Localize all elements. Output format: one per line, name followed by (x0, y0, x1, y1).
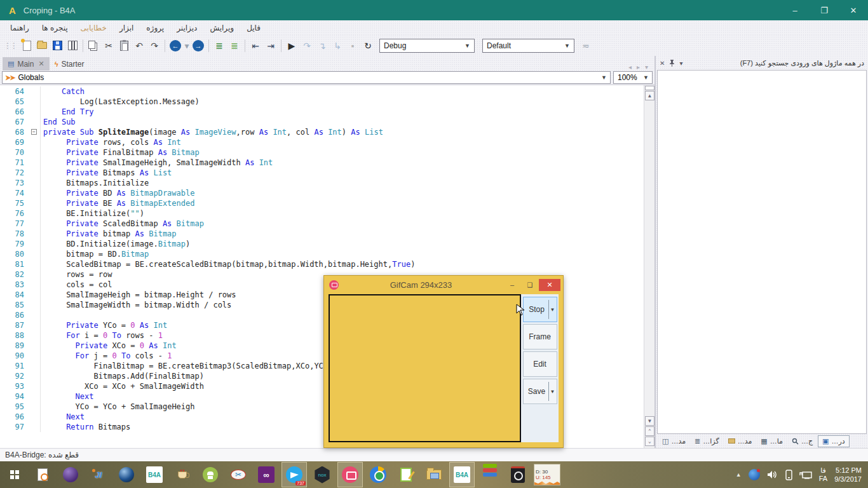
menu-item-4[interactable]: پروژه (140, 22, 170, 34)
b4a-ide-icon[interactable]: B4A (450, 463, 474, 487)
back-icon[interactable]: ← (168, 38, 183, 53)
button-label: Edit (533, 360, 546, 369)
tab-starter[interactable]: ϟStarter (50, 57, 90, 71)
minimize-button[interactable]: – (780, 0, 810, 20)
zoom-dropdown[interactable]: 100% ▼ (613, 71, 653, 84)
menu-item-5[interactable]: دیزاینر (170, 22, 203, 34)
pause-icon[interactable]: ▪ (345, 38, 360, 53)
rebuild-icon[interactable]: ↻ (360, 38, 376, 53)
profile-dropdown[interactable]: Default ▼ (482, 39, 574, 53)
gifcam-frame-button[interactable]: Frame (523, 324, 557, 349)
menu-item-7[interactable]: فایل (240, 22, 267, 34)
member-dropdown[interactable]: ➤➤ Globals ▼ (2, 71, 611, 84)
language-indicator[interactable]: فا FA (819, 466, 827, 483)
tab-scroll-right-icon[interactable]: ▸ (637, 64, 640, 71)
b4a-icon[interactable]: B4A (142, 463, 166, 487)
clock[interactable]: 5:12 PM 9/3/2017 (834, 466, 862, 484)
prev-change-icon[interactable]: ⌃ (645, 426, 654, 436)
visual-studio-icon[interactable]: ∞ (254, 463, 278, 487)
intellij-icon[interactable]: JI (86, 463, 111, 487)
panel-tab-modules[interactable]: ▦ما… (757, 436, 787, 447)
panel-tab-book[interactable]: ◫مد… (658, 436, 689, 447)
network-icon[interactable] (799, 470, 812, 480)
cent-browser-icon[interactable] (366, 463, 390, 487)
tab-main[interactable]: ▤Main✕ (3, 57, 50, 71)
indent-icon[interactable]: ⇥ (263, 38, 278, 53)
step-into-icon[interactable]: ↴ (315, 38, 330, 53)
close-button[interactable]: ✕ (839, 0, 868, 20)
menu-item-6[interactable]: ویرایش (203, 22, 240, 34)
panel-tab-search[interactable]: ج… (788, 436, 817, 447)
java-coffee-icon[interactable] (170, 463, 194, 487)
split-grip[interactable] (645, 86, 654, 90)
pin-icon[interactable] (669, 60, 675, 67)
undo-icon[interactable]: ↶ (132, 38, 147, 53)
net-speed-meter[interactable]: D: 30U: 145 (534, 464, 560, 485)
scroll-up-icon[interactable]: ▲ (645, 91, 654, 100)
search-results-area[interactable] (657, 70, 867, 434)
panel-tab-folder[interactable]: مد… (724, 436, 756, 447)
download-manager-tray-icon[interactable] (749, 469, 760, 480)
step-out-icon[interactable]: ↳ (330, 38, 345, 53)
gifcam-close-button[interactable]: ✕ (539, 279, 560, 291)
vertical-scrollbar[interactable]: ▲ ▼ ⌃ ⌄ (644, 85, 654, 448)
cut-icon[interactable]: ✂ (101, 38, 116, 53)
run-icon[interactable]: ▶ (284, 38, 299, 53)
phone-device-icon[interactable] (785, 470, 792, 480)
close-panel-icon[interactable]: ✕ (660, 60, 665, 67)
volume-icon[interactable] (767, 470, 778, 480)
step-over-icon[interactable]: ↷ (299, 38, 315, 53)
gifcam-title-bar[interactable]: GifCam 294x233 – ❑ ✕ (324, 276, 563, 294)
menu-item-0[interactable]: راهنما (4, 22, 36, 34)
gifcam-stop-button[interactable]: Stop▼ (523, 297, 557, 322)
build-config-dropdown[interactable]: Debug ▼ (379, 39, 475, 53)
toolbar-overflow-icon[interactable]: ≂ (578, 38, 593, 53)
tab-list-dropdown-icon[interactable]: ▾ (645, 64, 648, 71)
panel-tab-list[interactable]: ≣گزا… (691, 436, 723, 447)
paste-icon[interactable] (116, 38, 132, 53)
menu-item-3[interactable]: ابزار (113, 22, 140, 34)
panel-menu-dropdown-icon[interactable]: ▾ (679, 60, 682, 67)
notepad-plus-icon[interactable] (394, 463, 418, 487)
battery-app-icon[interactable] (506, 463, 530, 487)
back-dropdown-icon[interactable]: ▾ (183, 38, 191, 53)
panel-tab-find-results[interactable]: ▣در… (818, 435, 850, 447)
gifcam-taskbar-icon[interactable] (338, 463, 362, 487)
fold-collapse-icon[interactable]: − (31, 129, 37, 135)
snipping-tool-icon[interactable]: ✂ (226, 463, 250, 487)
copy-icon[interactable] (86, 38, 101, 53)
new-file-icon[interactable] (19, 38, 34, 53)
gifcam-save-button[interactable]: Save▼ (523, 379, 557, 404)
android-studio-icon[interactable] (198, 463, 222, 487)
package-icon[interactable] (65, 38, 80, 53)
nox-player-icon[interactable]: nox (310, 463, 334, 487)
gifcam-maximize-button[interactable]: ❑ (521, 279, 539, 291)
split-dropdown-icon[interactable]: ▼ (548, 382, 555, 401)
redo-icon[interactable]: ↷ (147, 38, 162, 53)
menu-item-2[interactable]: خطایابی (74, 22, 113, 34)
menu-item-1[interactable]: پنجره ها (36, 22, 74, 34)
show-hidden-icons[interactable]: ▲ (736, 471, 742, 478)
tab-close-icon[interactable]: ✕ (38, 60, 44, 68)
file-explorer-icon[interactable] (422, 463, 446, 487)
split-dropdown-icon[interactable]: ▼ (548, 300, 555, 319)
next-change-icon[interactable]: ⌄ (645, 437, 654, 446)
bluestacks-icon[interactable] (478, 463, 502, 487)
eclipse-icon[interactable] (58, 463, 83, 487)
gifcam-edit-button[interactable]: Edit (523, 351, 557, 377)
browser-globe-icon[interactable] (114, 463, 139, 487)
maximize-button[interactable]: ❐ (810, 0, 839, 20)
forward-icon[interactable]: → (191, 38, 206, 53)
gifcam-minimize-button[interactable]: – (503, 279, 521, 291)
start-button[interactable] (3, 463, 27, 487)
tab-scroll-left-icon[interactable]: ◂ (628, 64, 632, 71)
comment-icon[interactable]: ≣ (212, 38, 227, 53)
scroll-down-icon[interactable]: ▼ (645, 416, 654, 426)
telegram-icon[interactable]: 737 (282, 463, 306, 487)
toolbar-grip[interactable]: ⋮⋮ (4, 41, 17, 50)
outdent-icon[interactable]: ⇤ (248, 38, 263, 53)
search-app-icon[interactable] (31, 463, 55, 487)
save-icon[interactable] (50, 38, 65, 53)
uncomment-icon[interactable]: ≣ (227, 38, 242, 53)
open-icon[interactable] (34, 38, 50, 53)
